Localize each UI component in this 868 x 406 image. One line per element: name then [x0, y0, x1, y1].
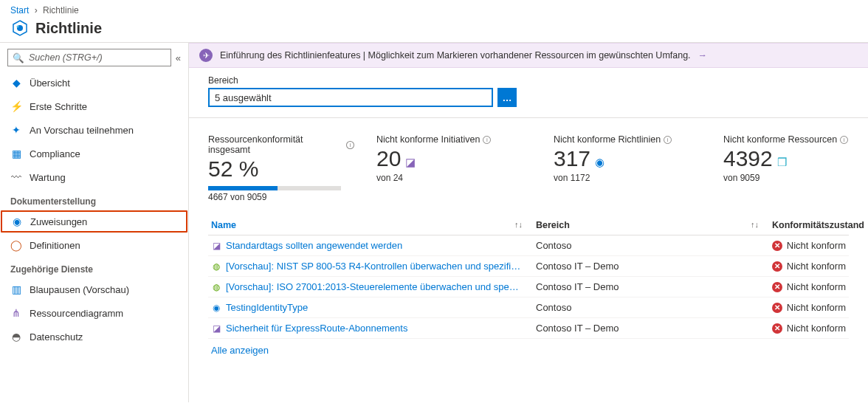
nav-label: Erste Schritte	[30, 101, 87, 112]
sidebar: 🔍 Suchen (STRG+/) « ◆Übersicht ⚡Erste Sc…	[0, 43, 189, 402]
row-type-icon: ◪	[211, 241, 221, 251]
info-icon[interactable]: i	[483, 136, 491, 144]
kpi-title: Ressourcenkonformität insgesamt	[208, 134, 343, 155]
search-icon: 🔍	[13, 52, 24, 63]
sidebar-section-authoring: Dokumenterstellung	[0, 189, 188, 210]
kpi-sub: 4667 von 9059	[208, 192, 354, 202]
row-status: ✕Nicht konform	[772, 240, 846, 251]
kpi-sub: von 24	[376, 173, 509, 183]
breadcrumb-sep: ›	[35, 5, 38, 16]
table-row[interactable]: ◪Standardtags sollten angewendet werdenC…	[208, 235, 849, 256]
show-all-link[interactable]: Alle anzeigen	[208, 339, 849, 362]
kpi-sub: von 1172	[554, 173, 679, 183]
row-scope: Contoso	[533, 297, 769, 318]
progress-bar	[208, 186, 341, 190]
arrow-right-icon: →	[698, 50, 708, 61]
nav-resource-graph[interactable]: ⋔Ressourcendiagramm	[0, 301, 188, 325]
breadcrumb-current: Richtlinie	[43, 5, 79, 16]
table-row[interactable]: ◍[Vorschau]: NIST SP 800-53 R4-Kontrolle…	[208, 256, 849, 277]
kpi-initiatives: Nicht konforme Initiativeni 20◪ von 24	[376, 134, 509, 202]
kpi-value: 4392	[723, 146, 773, 171]
kpi-policies: Nicht konforme Richtlinieni 317◉ von 117…	[554, 134, 679, 202]
scope-value: 5 ausgewählt	[215, 92, 272, 103]
row-status: ✕Nicht konform	[772, 281, 846, 292]
resource-icon: ❒	[777, 156, 787, 169]
feature-banner[interactable]: ✈ Einführung des Richtlinienfeatures | M…	[189, 43, 868, 68]
kpi-sub: von 9059	[723, 173, 868, 183]
search-input[interactable]: 🔍 Suchen (STRG+/)	[7, 49, 171, 66]
scope-picker-button[interactable]: …	[497, 88, 517, 107]
nav-compliance[interactable]: ▦Compliance	[0, 142, 188, 165]
row-status: ✕Nicht konform	[772, 323, 846, 334]
row-status: ✕Nicht konform	[772, 302, 846, 313]
scope-panel: Bereich 5 ausgewählt …	[189, 68, 868, 118]
nav-label: Datenschutz	[30, 331, 83, 343]
nav-label: An Vorschau teilnehmen	[30, 125, 134, 136]
error-icon: ✕	[772, 282, 782, 292]
maintenance-icon: 〰	[10, 171, 22, 183]
compliance-icon: ▦	[10, 148, 22, 159]
nav-maintenance[interactable]: 〰Wartung	[0, 165, 188, 189]
row-status: ✕Nicht konform	[772, 261, 846, 272]
row-scope: Contoso IT – Demo	[533, 318, 769, 339]
nav-label: Ressourcendiagramm	[30, 308, 123, 319]
col-scope[interactable]: Bereich↑↓	[533, 216, 769, 235]
row-type-icon: ◍	[211, 282, 221, 292]
col-name[interactable]: Name↑↓	[208, 216, 533, 235]
col-status[interactable]: Konformitätszustand	[769, 216, 849, 235]
kpi-title: Nicht konforme Richtlinien	[554, 134, 661, 145]
bolt-icon: ⚡	[10, 100, 22, 112]
row-type-icon: ◪	[211, 323, 221, 334]
info-icon[interactable]: i	[840, 136, 848, 144]
initiative-icon: ◪	[405, 156, 416, 169]
row-name-link[interactable]: ◪Sicherheit für ExpressRoute-Abonnements	[211, 323, 530, 334]
kpi-resources: Nicht konforme Ressourceni 4392❒ von 905…	[723, 134, 868, 202]
search-placeholder: Suchen (STRG+/)	[29, 52, 103, 63]
error-icon: ✕	[772, 261, 782, 272]
row-name-link[interactable]: ◍[Vorschau]: ISO 27001:2013-Steuerelemen…	[211, 281, 530, 292]
nav-definitions[interactable]: ◯Definitionen	[0, 233, 188, 257]
svg-point-2	[17, 26, 19, 28]
error-icon: ✕	[772, 303, 782, 313]
info-icon[interactable]: i	[664, 136, 672, 144]
nav-overview[interactable]: ◆Übersicht	[0, 71, 188, 94]
assignments-table: Name↑↓ Bereich↑↓ Konformitätszustand ◪St…	[208, 216, 849, 339]
row-name-link[interactable]: ◉TestingIdentityType	[211, 302, 530, 313]
blueprints-icon: ▥	[10, 283, 22, 295]
nav-privacy[interactable]: ◓Datenschutz	[0, 325, 188, 348]
collapse-sidebar-icon[interactable]: «	[176, 52, 181, 63]
nav-label: Übersicht	[30, 78, 70, 89]
nav-assignments[interactable]: ◉Zuweisungen	[1, 210, 187, 233]
kpi-value: 317	[554, 146, 590, 171]
assignments-icon: ◉	[11, 216, 23, 227]
kpi-compliance: Ressourcenkonformität insgesamti 52 % 46…	[208, 134, 354, 202]
table-row[interactable]: ◍[Vorschau]: ISO 27001:2013-Steuerelemen…	[208, 277, 849, 297]
content-pane: ✈ Einführung des Richtlinienfeatures | M…	[189, 43, 868, 402]
kpi-value: 52 %	[208, 156, 354, 182]
scope-input[interactable]: 5 ausgewählt	[208, 88, 493, 107]
nav-preview[interactable]: ✦An Vorschau teilnehmen	[0, 118, 188, 142]
info-icon[interactable]: i	[346, 141, 354, 149]
nav-first-steps[interactable]: ⚡Erste Schritte	[0, 94, 188, 118]
row-type-icon: ◍	[211, 261, 221, 272]
policy-logo-icon	[10, 18, 30, 38]
nav-label: Wartung	[30, 172, 66, 183]
nav-label: Blaupausen (Vorschau)	[30, 284, 129, 295]
kpi-title: Nicht konforme Initiativen	[376, 134, 480, 145]
row-name-link[interactable]: ◪Standardtags sollten angewendet werden	[211, 240, 530, 251]
graph-icon: ⋔	[10, 307, 22, 319]
banner-text: Einführung des Richtlinienfeatures | Mög…	[220, 50, 691, 61]
table-row[interactable]: ◪Sicherheit für ExpressRoute-Abonnements…	[208, 318, 849, 339]
scope-label: Bereich	[208, 75, 849, 86]
kpi-value: 20	[376, 146, 401, 171]
breadcrumb-start[interactable]: Start	[10, 5, 29, 16]
table-row[interactable]: ◉TestingIdentityTypeContoso✕Nicht konfor…	[208, 297, 849, 318]
nav-blueprints[interactable]: ▥Blaupausen (Vorschau)	[0, 278, 188, 301]
breadcrumb: Start › Richtlinie	[0, 0, 868, 18]
sort-icon: ↑↓	[751, 220, 759, 229]
privacy-icon: ◓	[10, 331, 22, 343]
rocket-icon: ✈	[199, 49, 213, 62]
sidebar-section-related: Zugehörige Dienste	[0, 257, 188, 278]
row-scope: Contoso	[533, 235, 769, 256]
row-name-link[interactable]: ◍[Vorschau]: NIST SP 800-53 R4-Kontrolle…	[211, 261, 530, 272]
